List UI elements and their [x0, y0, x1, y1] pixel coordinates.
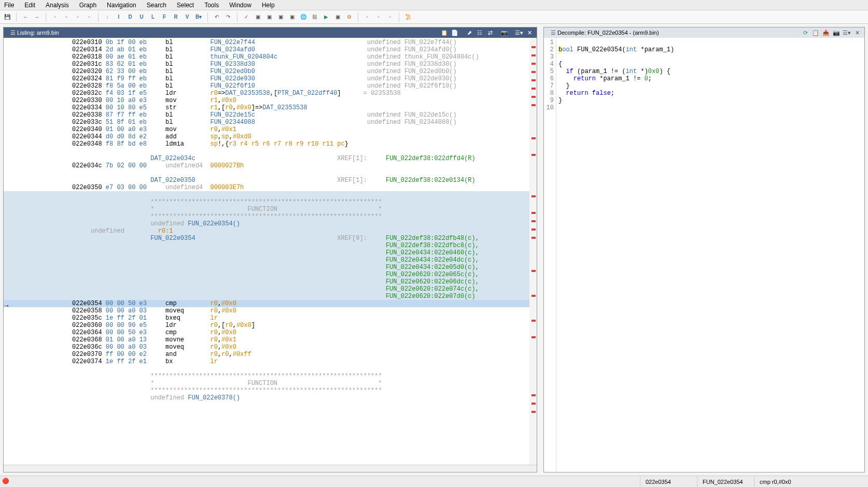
b-icon[interactable]: B▾: [194, 13, 203, 21]
close-decompile-icon[interactable]: ✕: [853, 28, 861, 37]
menu-navigation[interactable]: Navigation: [107, 2, 136, 9]
marker[interactable]: [531, 394, 536, 396]
marker[interactable]: [531, 137, 536, 139]
instruction-line[interactable]: 022e0328 f8 5a 00 eb bl FUN_022f6f10 und…: [4, 82, 537, 90]
xref-cont[interactable]: FUN_022e0620:022e065c(c),: [4, 271, 537, 278]
dc-export-icon[interactable]: 📤: [822, 28, 830, 37]
redo-icon[interactable]: ↷: [224, 13, 232, 21]
code-line[interactable]: return *param_1 != 0;: [558, 75, 864, 82]
code-line[interactable]: }: [558, 97, 864, 104]
marker[interactable]: [531, 270, 536, 272]
f-icon[interactable]: F: [160, 13, 169, 21]
marker[interactable]: [531, 320, 536, 322]
marker[interactable]: [531, 104, 536, 106]
nav1-icon[interactable]: ▫: [51, 13, 59, 21]
decompile-code[interactable]: bool FUN_022e0354(int *param_1) { if (pa…: [556, 38, 864, 472]
instruction-line[interactable]: 022e0374 1e ff 2f e1 bx lr: [4, 358, 537, 365]
code-line[interactable]: if (param_1 != (int *)0x0) {: [558, 68, 864, 75]
fwd-icon[interactable]: →: [33, 13, 41, 21]
dc-copy-icon[interactable]: 📋: [811, 28, 820, 37]
win1-icon[interactable]: ▫: [363, 13, 371, 21]
instruction-line[interactable]: 022e0334 00 10 80 e5 str r1,[r0,#0x0]=>D…: [4, 104, 537, 111]
instruction-line[interactable]: 022e0354 00 00 50 e3 cmp r0,#0x0: [4, 300, 537, 307]
marker[interactable]: [531, 220, 536, 222]
menu-tools[interactable]: Tools: [204, 2, 219, 9]
menu-file[interactable]: File: [4, 2, 14, 9]
undo-icon[interactable]: ↶: [213, 13, 221, 21]
v-icon[interactable]: V: [183, 13, 191, 21]
marker[interactable]: [531, 336, 536, 338]
snapshot-icon[interactable]: 📷: [500, 28, 509, 37]
save-icon[interactable]: 💾: [3, 13, 11, 21]
instruction-line[interactable]: 022e0314 2d ab 01 eb bl FUN_0234afd0 und…: [4, 46, 537, 53]
run-icon[interactable]: ▶: [322, 13, 330, 21]
instruction-line[interactable]: 022e0340 01 00 a0 e3 mov r0,#0x1: [4, 126, 537, 133]
marker[interactable]: [531, 71, 536, 73]
d-icon[interactable]: D: [126, 13, 134, 21]
code-line[interactable]: bool FUN_022e0354(int *param_1): [558, 46, 864, 53]
instruction-line[interactable]: 022e0318 00 ae 01 eb bl thunk_FUN_020480…: [4, 53, 537, 61]
marker[interactable]: [531, 154, 536, 156]
function-sig[interactable]: undefined FUN_022e0378(): [4, 394, 537, 402]
win2-icon[interactable]: ▫: [374, 13, 383, 21]
menu-search[interactable]: Search: [147, 2, 166, 9]
function-label[interactable]: FUN_022e0354 XREF[9]: FUN_022def38:022df…: [4, 235, 537, 242]
nav4-icon[interactable]: ▫: [85, 13, 93, 21]
menu-window[interactable]: Window: [229, 2, 251, 9]
xref-cont[interactable]: FUN_022e0620:022e074c(c),: [4, 285, 537, 293]
instruction-line[interactable]: 022e033c 51 8f 01 eb bl FUN_02344088 und…: [4, 119, 537, 126]
instruction-line[interactable]: 022e032c f4 03 1f e5 ldr r0=>DAT_0235353…: [4, 90, 537, 97]
i-icon[interactable]: I: [115, 13, 123, 21]
dc-options-icon[interactable]: ☰▾: [843, 28, 851, 37]
u-icon[interactable]: U: [137, 13, 146, 21]
win3-icon[interactable]: ▫: [386, 13, 394, 21]
globe-icon[interactable]: 🌐: [299, 13, 307, 21]
data-label[interactable]: DAT_022e0350 XREF[1]: FUN_022def38:022e0…: [4, 177, 537, 184]
instruction-line[interactable]: 022e0338 87 f7 ff eb bl FUN_022de15c und…: [4, 111, 537, 119]
instruction-line[interactable]: 022e0324 81 f9 ff eb bl FUN_022de930 und…: [4, 75, 537, 82]
ic2-icon[interactable]: ▣: [265, 13, 273, 21]
marker[interactable]: [531, 63, 536, 65]
l-icon[interactable]: L: [149, 13, 157, 21]
instruction-line[interactable]: 022e0350 e7 03 00 00 undefined4 000003E7…: [4, 184, 537, 191]
marker[interactable]: [531, 295, 536, 297]
dc-snapshot-icon[interactable]: 📷: [832, 28, 841, 37]
xref-cont[interactable]: FUN_022e0620:022e07d0(c): [4, 293, 537, 300]
r-icon[interactable]: R: [172, 13, 180, 21]
instruction-line[interactable]: 022e0348 f8 8f bd e8 ldmia sp!,{r3 r4 r5…: [4, 140, 537, 148]
data-label[interactable]: DAT_022e034c XREF[1]: FUN_022def38:022df…: [4, 155, 537, 162]
instruction-line[interactable]: 022e0344 d0 d0 8d e2 add sp,sp,#0xd0: [4, 133, 537, 140]
options-icon[interactable]: ☰▾: [515, 28, 523, 37]
listing-hscroll[interactable]: [4, 465, 537, 472]
marker[interactable]: [531, 79, 536, 81]
menu-help[interactable]: Help: [262, 2, 275, 9]
marker[interactable]: [531, 237, 536, 239]
check-icon[interactable]: ✓: [242, 13, 250, 21]
code-line[interactable]: }: [558, 82, 864, 90]
code-line[interactable]: [558, 39, 864, 46]
instruction-line[interactable]: 022e0364 00 00 50 e3 cmp r0,#0x0: [4, 329, 537, 336]
graph-icon[interactable]: ⛓: [311, 13, 319, 21]
code-line[interactable]: return false;: [558, 90, 864, 97]
marker[interactable]: [531, 411, 536, 413]
marker[interactable]: [531, 54, 536, 56]
ic4-icon[interactable]: ▣: [288, 13, 296, 21]
instruction-line[interactable]: 022e031c 83 62 01 eb bl FUN_02338d30 und…: [4, 61, 537, 68]
xref-cont[interactable]: FUN_022e0434:022e04dc(c),: [4, 256, 537, 264]
refresh-icon[interactable]: ⟳: [801, 28, 809, 37]
xref-cont[interactable]: FUN_022def38:022dfbc8(c),: [4, 242, 537, 249]
instruction-line[interactable]: 022e0358 00 00 a0 03 moveq r0,#0x0: [4, 307, 537, 314]
pointer-icon[interactable]: ⬈: [465, 28, 473, 37]
instruction-line[interactable]: 022e0310 0b 1f 00 eb bl FUN_022e7f44 und…: [4, 39, 537, 46]
paste-icon[interactable]: 📄: [451, 28, 459, 37]
menu-select[interactable]: Select: [177, 2, 194, 9]
ic1-icon[interactable]: ▣: [254, 13, 262, 21]
code-line[interactable]: [558, 104, 864, 111]
diff-icon[interactable]: ⇄: [486, 28, 494, 37]
menu-analysis[interactable]: Analysis: [46, 2, 69, 9]
nav3-icon[interactable]: ▫: [74, 13, 82, 21]
back-icon[interactable]: ←: [21, 13, 30, 21]
marker[interactable]: [531, 96, 536, 98]
xref-cont[interactable]: FUN_022e0434:022e0460(c),: [4, 249, 537, 256]
nav2-icon[interactable]: ▫: [62, 13, 71, 21]
